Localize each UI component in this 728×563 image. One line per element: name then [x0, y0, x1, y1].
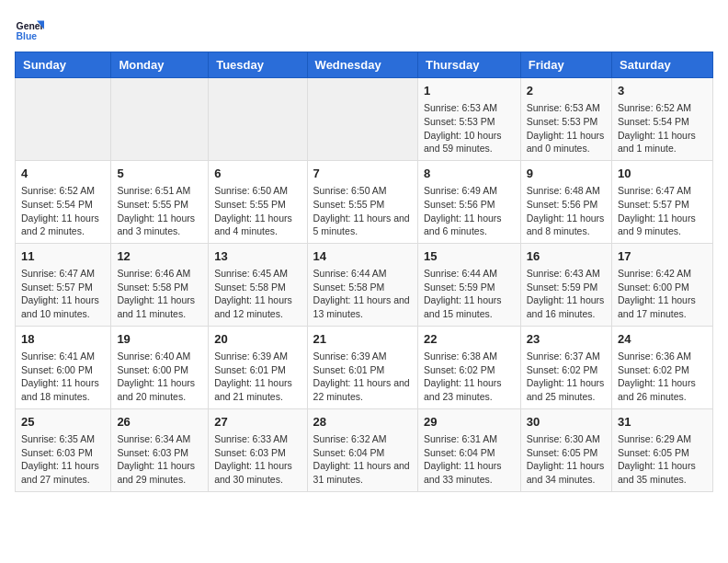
logo: General Blue — [15, 15, 48, 44]
day-cell: 9Sunrise: 6:48 AM Sunset: 5:56 PM Daylig… — [520, 160, 611, 243]
col-header-friday: Friday — [520, 52, 611, 78]
day-info: Sunrise: 6:31 AM Sunset: 6:04 PM Dayligh… — [424, 432, 515, 487]
day-cell: 24Sunrise: 6:36 AM Sunset: 6:02 PM Dayli… — [612, 326, 713, 408]
day-cell: 26Sunrise: 6:34 AM Sunset: 6:03 PM Dayli… — [111, 408, 209, 491]
day-info: Sunrise: 6:44 AM Sunset: 5:59 PM Dayligh… — [424, 267, 515, 321]
day-number: 16 — [527, 248, 606, 265]
day-number: 4 — [21, 166, 105, 182]
day-info: Sunrise: 6:34 AM Sunset: 6:03 PM Dayligh… — [117, 432, 202, 487]
day-number: 2 — [527, 83, 606, 99]
day-number: 17 — [618, 248, 707, 265]
day-cell: 22Sunrise: 6:38 AM Sunset: 6:02 PM Dayli… — [417, 326, 520, 408]
day-info: Sunrise: 6:38 AM Sunset: 6:02 PM Dayligh… — [424, 350, 515, 404]
day-info: Sunrise: 6:49 AM Sunset: 5:56 PM Dayligh… — [424, 184, 515, 238]
day-cell — [16, 78, 111, 161]
day-number: 14 — [313, 248, 412, 265]
day-number: 21 — [313, 331, 412, 348]
week-row-1: 1Sunrise: 6:53 AM Sunset: 5:53 PM Daylig… — [16, 78, 713, 161]
day-info: Sunrise: 6:40 AM Sunset: 6:00 PM Dayligh… — [117, 350, 202, 404]
day-cell: 29Sunrise: 6:31 AM Sunset: 6:04 PM Dayli… — [417, 408, 520, 491]
day-number: 25 — [21, 414, 105, 431]
day-cell: 8Sunrise: 6:49 AM Sunset: 5:56 PM Daylig… — [417, 160, 520, 243]
day-info: Sunrise: 6:48 AM Sunset: 5:56 PM Dayligh… — [527, 184, 606, 238]
day-cell: 13Sunrise: 6:45 AM Sunset: 5:58 PM Dayli… — [209, 243, 307, 326]
day-info: Sunrise: 6:39 AM Sunset: 6:01 PM Dayligh… — [313, 350, 412, 404]
week-row-2: 4Sunrise: 6:52 AM Sunset: 5:54 PM Daylig… — [16, 160, 713, 243]
day-info: Sunrise: 6:47 AM Sunset: 5:57 PM Dayligh… — [618, 184, 707, 238]
day-number: 20 — [214, 331, 301, 348]
day-cell — [209, 78, 307, 161]
day-cell: 25Sunrise: 6:35 AM Sunset: 6:03 PM Dayli… — [16, 408, 111, 491]
calendar-body: 1Sunrise: 6:53 AM Sunset: 5:53 PM Daylig… — [16, 78, 713, 492]
day-number: 7 — [313, 166, 412, 182]
day-info: Sunrise: 6:52 AM Sunset: 5:54 PM Dayligh… — [21, 184, 105, 238]
day-number: 29 — [424, 414, 515, 431]
col-header-saturday: Saturday — [612, 52, 713, 78]
day-cell: 1Sunrise: 6:53 AM Sunset: 5:53 PM Daylig… — [417, 78, 520, 161]
week-row-3: 11Sunrise: 6:47 AM Sunset: 5:57 PM Dayli… — [16, 243, 713, 326]
col-header-monday: Monday — [111, 52, 209, 78]
day-cell: 10Sunrise: 6:47 AM Sunset: 5:57 PM Dayli… — [612, 160, 713, 243]
day-number: 30 — [527, 414, 606, 431]
day-info: Sunrise: 6:44 AM Sunset: 5:58 PM Dayligh… — [313, 267, 412, 321]
col-header-thursday: Thursday — [417, 52, 520, 78]
day-cell: 21Sunrise: 6:39 AM Sunset: 6:01 PM Dayli… — [307, 326, 417, 408]
day-info: Sunrise: 6:37 AM Sunset: 6:02 PM Dayligh… — [527, 350, 606, 404]
day-info: Sunrise: 6:50 AM Sunset: 5:55 PM Dayligh… — [313, 184, 412, 238]
day-info: Sunrise: 6:46 AM Sunset: 5:58 PM Dayligh… — [117, 267, 202, 321]
day-cell: 30Sunrise: 6:30 AM Sunset: 6:05 PM Dayli… — [520, 408, 611, 491]
day-number: 31 — [618, 414, 707, 431]
day-info: Sunrise: 6:45 AM Sunset: 5:58 PM Dayligh… — [214, 267, 301, 321]
day-info: Sunrise: 6:52 AM Sunset: 5:54 PM Dayligh… — [618, 101, 707, 155]
col-header-tuesday: Tuesday — [209, 52, 307, 78]
day-number: 9 — [527, 166, 606, 182]
day-info: Sunrise: 6:43 AM Sunset: 5:59 PM Dayligh… — [527, 267, 606, 321]
day-cell: 31Sunrise: 6:29 AM Sunset: 6:05 PM Dayli… — [612, 408, 713, 491]
col-header-wednesday: Wednesday — [307, 52, 417, 78]
day-cell: 3Sunrise: 6:52 AM Sunset: 5:54 PM Daylig… — [612, 78, 713, 161]
day-number: 5 — [117, 166, 202, 182]
day-cell: 15Sunrise: 6:44 AM Sunset: 5:59 PM Dayli… — [417, 243, 520, 326]
day-info: Sunrise: 6:32 AM Sunset: 6:04 PM Dayligh… — [313, 432, 412, 487]
day-number: 13 — [214, 248, 301, 265]
day-cell: 7Sunrise: 6:50 AM Sunset: 5:55 PM Daylig… — [307, 160, 417, 243]
day-info: Sunrise: 6:36 AM Sunset: 6:02 PM Dayligh… — [618, 350, 707, 404]
day-info: Sunrise: 6:39 AM Sunset: 6:01 PM Dayligh… — [214, 350, 301, 404]
day-info: Sunrise: 6:42 AM Sunset: 6:00 PM Dayligh… — [618, 267, 707, 321]
day-info: Sunrise: 6:50 AM Sunset: 5:55 PM Dayligh… — [214, 184, 301, 238]
day-number: 18 — [21, 331, 105, 348]
day-cell: 16Sunrise: 6:43 AM Sunset: 5:59 PM Dayli… — [520, 243, 611, 326]
day-cell: 11Sunrise: 6:47 AM Sunset: 5:57 PM Dayli… — [16, 243, 111, 326]
day-cell: 14Sunrise: 6:44 AM Sunset: 5:58 PM Dayli… — [307, 243, 417, 326]
day-cell: 12Sunrise: 6:46 AM Sunset: 5:58 PM Dayli… — [111, 243, 209, 326]
day-cell: 18Sunrise: 6:41 AM Sunset: 6:00 PM Dayli… — [16, 326, 111, 408]
day-info: Sunrise: 6:47 AM Sunset: 5:57 PM Dayligh… — [21, 267, 105, 321]
day-number: 6 — [214, 166, 301, 182]
logo-icon: General Blue — [15, 15, 44, 44]
day-cell: 17Sunrise: 6:42 AM Sunset: 6:00 PM Dayli… — [612, 243, 713, 326]
day-info: Sunrise: 6:35 AM Sunset: 6:03 PM Dayligh… — [21, 432, 105, 487]
day-cell: 6Sunrise: 6:50 AM Sunset: 5:55 PM Daylig… — [209, 160, 307, 243]
day-number: 15 — [424, 248, 515, 265]
day-number: 19 — [117, 331, 202, 348]
day-cell — [111, 78, 209, 161]
day-number: 1 — [424, 83, 515, 99]
week-row-5: 25Sunrise: 6:35 AM Sunset: 6:03 PM Dayli… — [16, 408, 713, 491]
day-number: 24 — [618, 331, 707, 348]
day-number: 22 — [424, 331, 515, 348]
day-cell — [307, 78, 417, 161]
day-info: Sunrise: 6:53 AM Sunset: 5:53 PM Dayligh… — [424, 101, 515, 155]
day-number: 28 — [313, 414, 412, 431]
day-info: Sunrise: 6:33 AM Sunset: 6:03 PM Dayligh… — [214, 432, 301, 487]
day-cell: 28Sunrise: 6:32 AM Sunset: 6:04 PM Dayli… — [307, 408, 417, 491]
day-number: 27 — [214, 414, 301, 431]
week-row-4: 18Sunrise: 6:41 AM Sunset: 6:00 PM Dayli… — [16, 326, 713, 408]
day-number: 8 — [424, 166, 515, 182]
calendar-header: SundayMondayTuesdayWednesdayThursdayFrid… — [16, 52, 713, 78]
col-header-sunday: Sunday — [16, 52, 111, 78]
day-cell: 23Sunrise: 6:37 AM Sunset: 6:02 PM Dayli… — [520, 326, 611, 408]
header-row: SundayMondayTuesdayWednesdayThursdayFrid… — [16, 52, 713, 78]
day-number: 12 — [117, 248, 202, 265]
day-number: 26 — [117, 414, 202, 431]
day-cell: 20Sunrise: 6:39 AM Sunset: 6:01 PM Dayli… — [209, 326, 307, 408]
